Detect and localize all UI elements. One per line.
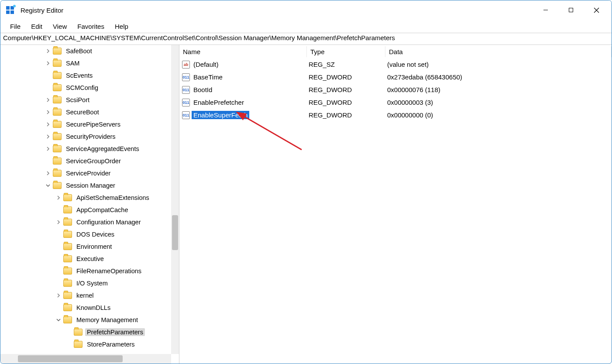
value-type: REG_DWORD <box>307 99 385 106</box>
tree-item[interactable]: Environment <box>0 240 171 253</box>
address-bar[interactable]: Computer\HKEY_LOCAL_MACHINE\SYSTEM\Curre… <box>0 33 612 45</box>
tree-item-label: ServiceProvider <box>64 169 112 177</box>
value-type: REG_SZ <box>307 61 385 68</box>
tree-item-label: I/O System <box>75 279 110 287</box>
registry-tree[interactable]: SafeBootSAMScEventsSCMConfigScsiPortSecu… <box>0 45 171 350</box>
chevron-right-icon[interactable] <box>44 108 52 116</box>
value-row[interactable]: 011EnableSuperFetchREG_DWORD0x00000000 (… <box>179 109 612 121</box>
svg-rect-3 <box>10 10 14 14</box>
chevron-down-icon[interactable] <box>55 316 62 324</box>
folder-icon <box>63 194 72 201</box>
tree-item[interactable]: SecurityProviders <box>0 130 171 143</box>
tree-item[interactable]: ServiceAggregatedEvents <box>0 143 171 155</box>
tree-item[interactable]: PrefetchParameters <box>0 326 171 338</box>
tree-item-label: ServiceGroupOrder <box>64 157 123 165</box>
list-header: Name Type Data <box>179 45 612 58</box>
column-type[interactable]: Type <box>307 46 385 57</box>
tree-item[interactable]: FileRenameOperations <box>0 265 171 277</box>
value-row[interactable]: 011BootIdREG_DWORD0x00000076 (118) <box>179 83 612 96</box>
close-button[interactable] <box>584 1 609 19</box>
svg-rect-0 <box>6 6 10 10</box>
chevron-right-icon[interactable] <box>44 59 52 67</box>
tree-item[interactable]: ServiceProvider <box>0 167 171 179</box>
tree-item[interactable]: SAM <box>0 57 171 69</box>
folder-icon <box>63 219 72 226</box>
tree-item-label: SecurePipeServers <box>64 120 122 128</box>
folder-icon <box>63 292 72 299</box>
value-row[interactable]: ab(Default)REG_SZ(value not set) <box>179 58 612 71</box>
chevron-right-icon[interactable] <box>55 292 62 299</box>
tree-item[interactable]: I/O System <box>0 277 171 289</box>
tree-item[interactable]: SecureBoot <box>0 106 171 118</box>
folder-icon <box>53 48 62 55</box>
menu-help[interactable]: Help <box>110 21 134 32</box>
tree-item[interactable]: ScsiPort <box>0 94 171 106</box>
tree-item[interactable]: KnownDLLs <box>0 302 171 314</box>
folder-icon <box>53 96 62 103</box>
tree-item[interactable]: Configuration Manager <box>0 216 171 228</box>
scrollbar-thumb[interactable] <box>172 215 178 250</box>
value-data: (value not set) <box>385 61 612 68</box>
tree-item[interactable]: SecurePipeServers <box>0 118 171 130</box>
value-data: 0x00000003 (3) <box>385 99 612 106</box>
tree-item-label: PrefetchParameters <box>85 328 145 336</box>
title-bar: Registry Editor <box>0 0 612 20</box>
svg-rect-2 <box>6 10 10 14</box>
value-name: EnablePrefetcher <box>192 98 246 106</box>
tree-item-label: kernel <box>75 292 96 299</box>
scrollbar-thumb[interactable] <box>18 355 123 362</box>
tree-item[interactable]: AppCompatCache <box>0 204 171 216</box>
menu-file[interactable]: File <box>5 21 26 32</box>
tree-item[interactable]: Memory Management <box>0 314 171 326</box>
tree-item-label: Environment <box>75 243 113 251</box>
chevron-right-icon[interactable] <box>44 133 52 141</box>
menu-bar: File Edit View Favorites Help <box>0 20 612 33</box>
tree-item[interactable]: SafeBoot <box>0 45 171 57</box>
tree-item-label: ServiceAggregatedEvents <box>64 145 141 153</box>
maximize-button[interactable] <box>558 1 584 19</box>
tree-item[interactable]: Executive <box>0 253 171 265</box>
chevron-right-icon[interactable] <box>44 47 52 55</box>
minimize-button[interactable] <box>533 1 558 19</box>
tree-item[interactable]: SCMConfig <box>0 82 171 94</box>
folder-icon <box>53 72 62 79</box>
tree-item[interactable]: ApiSetSchemaExtensions <box>0 192 171 204</box>
tree-horizontal-scrollbar[interactable] <box>0 354 171 364</box>
tree-item[interactable]: ServiceGroupOrder <box>0 155 171 167</box>
values-pane: Name Type Data ab(Default)REG_SZ(value n… <box>179 45 612 364</box>
chevron-right-icon[interactable] <box>44 120 52 128</box>
folder-icon <box>74 329 83 336</box>
column-name[interactable]: Name <box>179 46 307 57</box>
tree-item-label: ApiSetSchemaExtensions <box>75 194 151 202</box>
folder-icon <box>63 206 72 213</box>
folder-icon <box>53 170 62 177</box>
tree-vertical-scrollbar[interactable] <box>171 45 179 354</box>
column-data[interactable]: Data <box>385 46 612 57</box>
value-row[interactable]: 011EnablePrefetcherREG_DWORD0x00000003 (… <box>179 96 612 109</box>
window-controls <box>533 1 609 19</box>
chevron-right-icon[interactable] <box>44 96 52 104</box>
chevron-right-icon[interactable] <box>55 194 62 202</box>
tree-item[interactable]: ScEvents <box>0 69 171 82</box>
value-name: BootId <box>192 86 214 94</box>
chevron-right-icon[interactable] <box>55 218 62 226</box>
chevron-down-icon[interactable] <box>44 182 52 189</box>
dword-value-icon: 011 <box>182 99 190 106</box>
tree-item[interactable]: StoreParameters <box>0 338 171 350</box>
tree-item-label: ScEvents <box>64 72 94 79</box>
dword-value-icon: 011 <box>182 86 190 94</box>
menu-favorites[interactable]: Favorites <box>72 21 110 32</box>
folder-icon <box>63 304 72 311</box>
tree-item[interactable]: Session Manager <box>0 179 171 192</box>
menu-edit[interactable]: Edit <box>26 21 48 32</box>
menu-view[interactable]: View <box>48 21 72 32</box>
tree-item[interactable]: kernel <box>0 289 171 302</box>
value-row[interactable]: 011BaseTimeREG_DWORD0x273edaba (65843065… <box>179 71 612 83</box>
tree-item-label: ScsiPort <box>64 96 91 104</box>
tree-item[interactable]: DOS Devices <box>0 228 171 240</box>
chevron-right-icon[interactable] <box>44 145 52 153</box>
window-title: Registry Editor <box>21 7 63 14</box>
values-list[interactable]: ab(Default)REG_SZ(value not set)011BaseT… <box>179 58 612 121</box>
chevron-right-icon[interactable] <box>44 169 52 177</box>
tree-item-label: KnownDLLs <box>75 304 112 312</box>
